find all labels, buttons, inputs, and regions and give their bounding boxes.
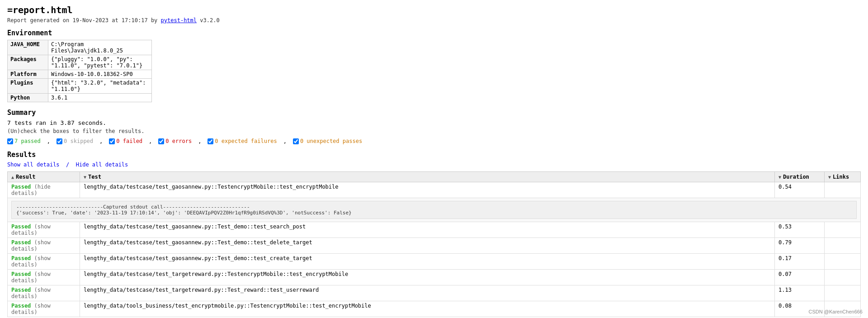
result-passed: Passed (11, 255, 31, 261)
environment-heading: Environment (7, 29, 861, 37)
duration-cell: 1.13 (775, 285, 825, 301)
result-cell: Passed (show details) (8, 301, 80, 317)
report-meta: Report generated on 19-Nov-2023 at 17:10… (7, 17, 861, 24)
pytest-html-version: v3.2.0 (200, 17, 219, 24)
result-cell: Passed (show details) (8, 238, 80, 254)
links-cell (825, 285, 861, 301)
links-cell (825, 182, 861, 198)
result-passed: Passed (11, 271, 31, 277)
links-cell (825, 222, 861, 238)
filter-label: 0 failed (116, 138, 142, 144)
filter-checkbox[interactable] (158, 138, 164, 144)
col-header-links[interactable]: ▼Links (825, 172, 861, 182)
show-all-link[interactable]: Show all details (7, 161, 60, 168)
result-passed: Passed (11, 223, 31, 230)
test-cell: lengthy_data/testcase/test_gaosannew.py:… (80, 238, 775, 254)
table-row: Passed (show details)lengthy_data/testca… (8, 254, 861, 270)
duration-cell: 0.17 (775, 254, 825, 270)
page-title: =report.html (7, 5, 861, 15)
duration-cell: 0.79 (775, 238, 825, 254)
test-cell: lengthy_data/testcase/test_gaosannew.py:… (80, 182, 775, 198)
links-cell (825, 270, 861, 285)
captured-output-cell: -----------------------------Captured st… (8, 198, 861, 222)
filter-item: 0 unexpected passes (293, 138, 362, 144)
env-value: Windows-10-10.0.18362-SP0 (48, 70, 152, 79)
env-key: Packages (8, 55, 48, 70)
env-value: 3.6.1 (48, 94, 152, 102)
filter-separator: , (149, 138, 152, 144)
table-row: Passed (hide details)lengthy_data/testca… (8, 182, 861, 198)
environment-table: JAVA_HOMEC:\Program Files\Java\jdk1.8.0_… (7, 40, 152, 102)
sort-icon-duration: ▼ (778, 175, 781, 180)
links-cell (825, 238, 861, 254)
env-key: Plugins (8, 79, 48, 94)
filter-label: 0 skipped (64, 138, 93, 144)
filter-item: 0 expected failures (208, 138, 277, 144)
filter-row: 7 passed,0 skipped,0 failed,0 errors,0 e… (7, 138, 861, 144)
links-cell (825, 254, 861, 270)
filter-label: 0 expected failures (215, 138, 277, 144)
filter-item: 0 failed (109, 138, 142, 144)
filter-separator: , (99, 138, 103, 144)
filter-item: 0 errors (158, 138, 192, 144)
results-table: ▲Result ▼Test ▼Duration ▼Links Passed (h… (7, 171, 861, 317)
test-cell: lengthy_data/testcase/test_targetreward.… (80, 270, 775, 285)
report-generated-text: Report generated on 19-Nov-2023 at 17:10… (7, 17, 161, 24)
env-row: Python3.6.1 (8, 94, 152, 102)
env-row: Packages{"pluggy": "1.0.0", "py": "1.11.… (8, 55, 152, 70)
result-cell: Passed (hide details) (8, 182, 80, 198)
env-row: JAVA_HOMEC:\Program Files\Java\jdk1.8.0_… (8, 40, 152, 55)
result-cell: Passed (show details) (8, 254, 80, 270)
filter-checkbox[interactable] (109, 138, 115, 144)
table-row: Passed (show details)lengthy_data/testca… (8, 270, 861, 285)
filter-label: 0 unexpected passes (300, 138, 362, 144)
col-header-result[interactable]: ▲Result (8, 172, 80, 182)
result-passed: Passed (11, 239, 31, 246)
table-row: Passed (show details)lengthy_data/testca… (8, 222, 861, 238)
env-key: Python (8, 94, 48, 102)
filter-checkbox[interactable] (7, 138, 13, 144)
env-key: JAVA_HOME (8, 40, 48, 55)
result-cell: Passed (show details) (8, 222, 80, 238)
col-header-duration[interactable]: ▼Duration (775, 172, 825, 182)
results-links: Show all details / Hide all details (7, 161, 861, 168)
duration-cell: 0.07 (775, 270, 825, 285)
results-heading: Results (7, 151, 861, 159)
env-row: Plugins{"html": "3.2.0", "metadata": "1.… (8, 79, 152, 94)
env-row: PlatformWindows-10-10.0.18362-SP0 (8, 70, 152, 79)
table-row: Passed (show details)lengthy_data/tools_… (8, 301, 861, 317)
col-header-test[interactable]: ▼Test (80, 172, 775, 182)
watermark: CSDN @KarenChen666 (809, 309, 863, 314)
hide-all-link[interactable]: Hide all details (76, 161, 128, 168)
sort-icon-links: ▼ (828, 175, 831, 180)
filter-checkbox[interactable] (293, 138, 299, 144)
test-cell: lengthy_data/tools_business/test_encrypt… (80, 301, 775, 317)
filter-hint: (Un)check the boxes to filter the result… (7, 128, 861, 134)
result-passed: Passed (11, 184, 31, 190)
summary-text: 7 tests ran in 3.87 seconds. (7, 119, 861, 126)
filter-separator: , (47, 138, 50, 144)
filter-label: 0 errors (165, 138, 192, 144)
filter-item: 0 skipped (57, 138, 93, 144)
test-cell: lengthy_data/testcase/test_gaosannew.py:… (80, 222, 775, 238)
table-header-row: ▲Result ▼Test ▼Duration ▼Links (8, 172, 861, 182)
expanded-row: -----------------------------Captured st… (8, 198, 861, 222)
test-cell: lengthy_data/testcase/test_targetreward.… (80, 285, 775, 301)
table-row: Passed (show details)lengthy_data/testca… (8, 285, 861, 301)
table-row: Passed (show details)lengthy_data/testca… (8, 238, 861, 254)
env-key: Platform (8, 70, 48, 79)
filter-checkbox[interactable] (208, 138, 213, 144)
env-value: {"pluggy": "1.0.0", "py": "1.11.0", "pyt… (48, 55, 152, 70)
duration-cell: 0.53 (775, 222, 825, 238)
sort-icon-test: ▼ (84, 175, 86, 180)
filter-separator: , (283, 138, 287, 144)
result-cell: Passed (show details) (8, 270, 80, 285)
result-passed: Passed (11, 303, 31, 309)
filter-label: 7 passed (14, 138, 41, 144)
pytest-html-link[interactable]: pytest-html (161, 17, 197, 24)
filter-item: 7 passed (7, 138, 41, 144)
filter-checkbox[interactable] (57, 138, 62, 144)
sort-icon-result: ▲ (11, 175, 14, 180)
env-value: {"html": "3.2.0", "metadata": "1.11.0"} (48, 79, 152, 94)
result-passed: Passed (11, 287, 31, 293)
